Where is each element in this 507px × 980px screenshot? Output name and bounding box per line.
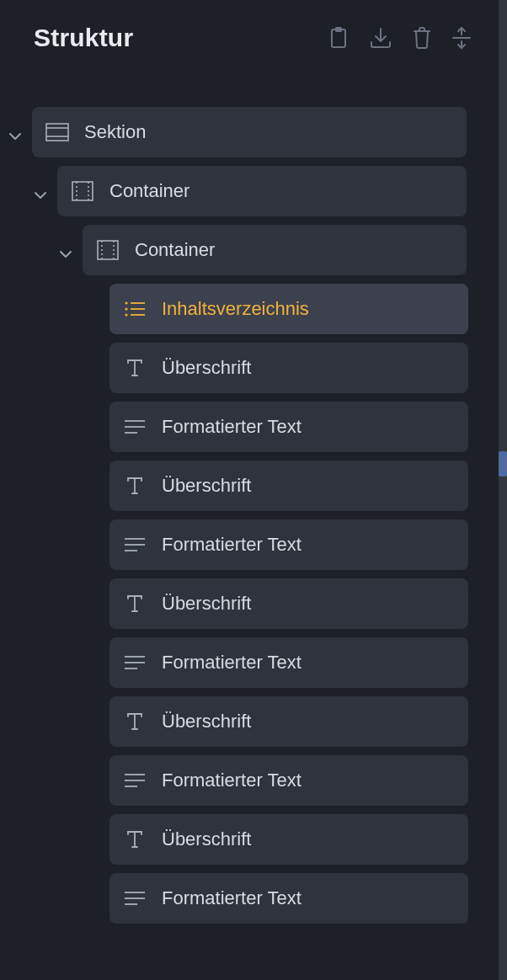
text-type-icon [123, 474, 147, 498]
svg-rect-0 [332, 29, 345, 47]
tree-item-label: Überschrift [162, 593, 251, 615]
svg-rect-1 [335, 27, 342, 32]
text-lines-icon [123, 887, 147, 910]
svg-point-13 [125, 307, 127, 310]
tree-item-toc[interactable]: Inhaltsverzeichnis [109, 284, 468, 334]
tree-item-heading[interactable]: Überschrift [109, 696, 468, 747]
scrollbar-track[interactable] [499, 0, 507, 980]
text-type-icon [123, 710, 147, 733]
toolbar [328, 26, 482, 50]
clipboard-icon[interactable] [328, 26, 349, 50]
section-icon [45, 120, 69, 144]
tree-item-richtext[interactable]: Formatierter Text [109, 873, 468, 924]
chevron-down-icon[interactable] [32, 187, 49, 204]
svg-rect-5 [72, 182, 93, 200]
tree-item-label: Überschrift [162, 711, 251, 732]
text-lines-icon [123, 533, 147, 557]
tree-item-label: Überschrift [162, 475, 251, 497]
text-lines-icon [123, 651, 147, 674]
svg-rect-8 [98, 241, 118, 259]
tree-item-heading[interactable]: Überschrift [109, 814, 468, 865]
tree-item-container[interactable]: Container [83, 225, 467, 275]
collapse-icon[interactable] [451, 26, 472, 50]
tree-item-label: Formatierter Text [162, 770, 302, 791]
tree-item-heading[interactable]: Überschrift [109, 343, 468, 393]
container-icon [96, 238, 120, 262]
list-icon [123, 297, 147, 321]
tree-item-heading[interactable]: Überschrift [109, 578, 468, 629]
text-type-icon [123, 592, 147, 615]
tree-item-label: Formatierter Text [162, 534, 302, 556]
tree-item-label: Überschrift [162, 357, 251, 379]
chevron-down-icon[interactable] [57, 246, 74, 263]
tree-item-container[interactable]: Container [57, 166, 467, 216]
tree-item-richtext[interactable]: Formatierter Text [109, 402, 468, 452]
text-lines-icon [123, 769, 147, 792]
panel-title: Struktur [34, 24, 133, 52]
tree-item-richtext[interactable]: Formatierter Text [109, 755, 468, 806]
tree-item-label: Inhaltsverzeichnis [162, 298, 309, 320]
container-icon [71, 179, 94, 203]
svg-rect-2 [46, 124, 68, 141]
svg-point-11 [125, 301, 127, 304]
download-icon[interactable] [369, 27, 392, 49]
tree-item-label: Container [109, 180, 189, 202]
text-type-icon [123, 356, 147, 380]
tree-item-label: Sektion [84, 121, 146, 143]
text-type-icon [123, 828, 147, 851]
tree-item-label: Formatierter Text [162, 887, 302, 909]
tree-item-label: Überschrift [162, 828, 251, 850]
text-lines-icon [123, 415, 147, 439]
panel-header: Struktur [0, 0, 507, 69]
svg-point-15 [125, 313, 127, 316]
tree-item-heading[interactable]: Überschrift [109, 461, 468, 511]
trash-icon[interactable] [413, 27, 431, 49]
chevron-down-icon[interactable] [7, 128, 24, 145]
tree-item-richtext[interactable]: Formatierter Text [109, 519, 468, 570]
structure-tree: Sektion Container [0, 69, 507, 924]
tree-item-label: Formatierter Text [162, 416, 302, 438]
tree-item-label: Formatierter Text [162, 652, 302, 674]
tree-item-label: Container [135, 239, 215, 261]
tree-item-richtext[interactable]: Formatierter Text [109, 637, 468, 688]
tree-item-section[interactable]: Sektion [32, 107, 467, 157]
scrollbar-thumb[interactable] [499, 451, 507, 477]
